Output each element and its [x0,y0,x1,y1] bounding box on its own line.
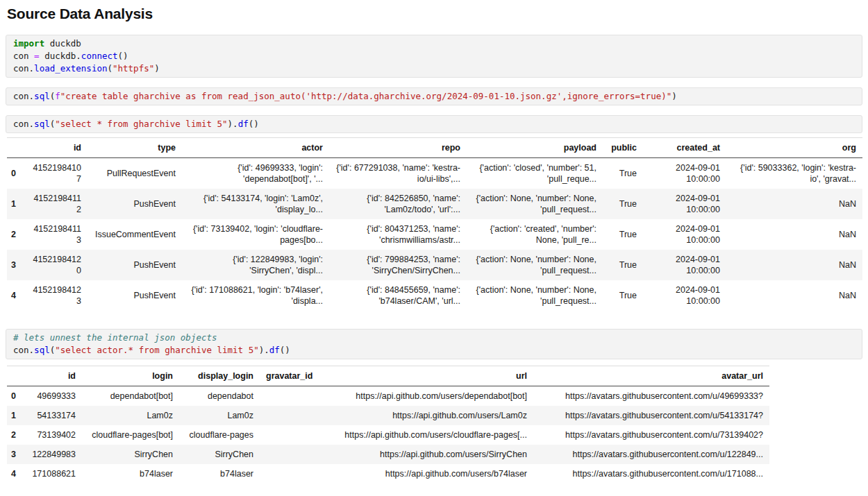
code-line: con.sql(f"create table gharchive as from… [13,90,855,103]
row-index: 2 [7,219,25,250]
table-cell: {'id': 677291038, 'name': 'kestra-io/ui-… [329,158,467,189]
table-cell: {'id': 171088621, 'login': 'b74laser', '… [182,280,329,311]
table-row: 441521984123PushEvent{'id': 171088621, '… [7,280,862,311]
table-header-row: idlogindisplay_logingravatar_idurlavatar… [7,366,769,386]
table-cell: True [603,280,643,311]
code-line: con.sql("select actor.* from gharchive l… [13,344,855,357]
code-cell-create-table: con.sql(f"create table gharchive as from… [6,87,862,105]
row-index: 3 [7,250,25,280]
code-token: load_extension [34,63,107,74]
column-header-type: type [87,138,182,158]
table-cell: PushEvent [87,189,182,219]
table-cell: 2024-09-01 10:00:00 [643,280,726,311]
column-header-gravatar_id: gravatar_id [260,366,317,386]
table-cell [260,425,317,445]
table-cell: True [603,250,643,280]
table-cell: {'id': 848455659, 'name': 'b74laser/CAM'… [329,280,467,311]
table-cell: https://api.github.com/users/cloudflare-… [317,425,533,445]
code-token: ) [671,91,677,101]
table-cell: True [603,158,643,189]
code-token: = [34,51,40,61]
code-token: con. [13,91,34,101]
code-line: import duckdb [13,37,855,50]
table-row: 4171088621b74laserb74laserhttps://api.gi… [7,464,769,484]
table-cell: https://api.github.com/users/SirryChen [317,445,533,464]
row-index: 0 [7,386,25,407]
table-cell: 41521984112 [25,189,87,219]
table-cell: 49699333 [25,386,82,407]
table-cell: {'id': 54133174, 'login': 'Lam0z', 'disp… [182,189,329,219]
code-line: con = duckdb.connect() [13,50,855,62]
table-row: 3122849983SirryChenSirryChenhttps://api.… [7,445,769,464]
code-token: f [55,91,60,101]
table-cell: SirryChen [179,445,260,464]
actor-unnested-table: idlogindisplay_logingravatar_idurlavatar… [7,366,769,484]
code-token: duckdb. [40,51,81,61]
table-cell: {'id': 122849983, 'login': 'SirryChen', … [182,250,329,280]
table-cell: NaN [726,250,862,280]
code-cell-select-actor: # lets unnest the internal json objectsc… [6,329,862,359]
table-row: 041521984107PullRequestEvent{'id': 49699… [7,158,862,189]
table-cell: https://avatars.githubusercontent.com/u/… [533,386,769,407]
table-cell: 41521984113 [25,219,87,250]
code-token: ). [228,119,238,129]
table-cell [260,464,317,484]
table-cell: Lam0z [82,406,179,425]
table-cell: https://avatars.githubusercontent.com/u/… [533,464,769,484]
table-cell: 2024-09-01 10:00:00 [643,158,726,189]
table-cell: https://avatars.githubusercontent.com/u/… [533,425,769,445]
table-cell: {'id': 842526850, 'name': 'Lam0z/todo', … [329,189,467,219]
table-cell: 41521984123 [25,280,87,311]
code-token: con [13,51,34,61]
code-token: ( [107,63,112,74]
code-line: con.sql("select * from gharchive limit 5… [13,118,855,130]
column-header-id: id [25,366,82,386]
table-cell: PullRequestEvent [87,158,182,189]
column-header-id: id [25,138,87,158]
table-cell: https://avatars.githubusercontent.com/u/… [533,445,769,464]
index-column-header [7,138,25,158]
table-cell: True [603,219,643,250]
table-cell: {'action': None, 'number': None, 'pull_r… [467,280,603,311]
code-line: # lets unnest the internal json objects [13,332,855,344]
column-header-login: login [82,366,179,386]
table-row: 154133174Lam0zLam0zhttps://api.github.co… [7,406,769,425]
code-token: () [249,119,259,129]
code-token: duckdb [44,38,81,49]
table-cell: 73139402 [25,425,82,445]
table-cell [260,406,317,425]
column-header-repo: repo [329,138,467,158]
table-cell: 2024-09-01 10:00:00 [643,189,726,219]
row-index: 4 [7,280,25,311]
table-cell: NaN [726,280,862,311]
code-token: connect [81,51,118,61]
row-index: 2 [7,425,25,445]
index-column-header [7,366,25,386]
table-cell: 54133174 [25,406,82,425]
column-header-avatar_url: avatar_url [533,366,769,386]
code-cell-select-all: con.sql("select * from gharchive limit 5… [6,115,862,133]
table-cell: {'id': 59033362, 'login': 'kestra-io', '… [726,158,862,189]
page-title: Source Data Analysis [7,6,862,22]
table-cell: {'id': 804371253, 'name': 'chrismwilliam… [329,219,467,250]
table-cell: 41521984120 [25,250,87,280]
table-cell: Lam0z [179,406,260,425]
code-line: con.load_extension("httpfs") [13,62,855,75]
table-cell: NaN [726,189,862,219]
table-cell: cloudflare-pages [179,425,260,445]
gharchive-preview-table: idtypeactorrepopayloadpubliccreated_ator… [7,137,862,311]
table-cell: dependabot[bot] [82,386,179,407]
table-cell: https://api.github.com/users/Lam0z [317,406,533,425]
code-token: df [269,345,280,355]
code-token: () [280,345,290,355]
code-token: sql [34,345,50,355]
table-cell: NaN [726,219,862,250]
table-cell: {'id': 73139402, 'login': 'cloudflare-pa… [182,219,329,250]
code-token: import [13,38,44,49]
code-token: "select actor.* from gharchive limit 5" [55,345,259,355]
table-row: 141521984112PushEvent{'id': 54133174, 'l… [7,189,862,219]
code-token: () [118,51,128,61]
row-index: 0 [7,158,25,189]
table-row: 049699333dependabot[bot]dependabothttps:… [7,386,769,407]
code-token: con. [13,119,34,129]
